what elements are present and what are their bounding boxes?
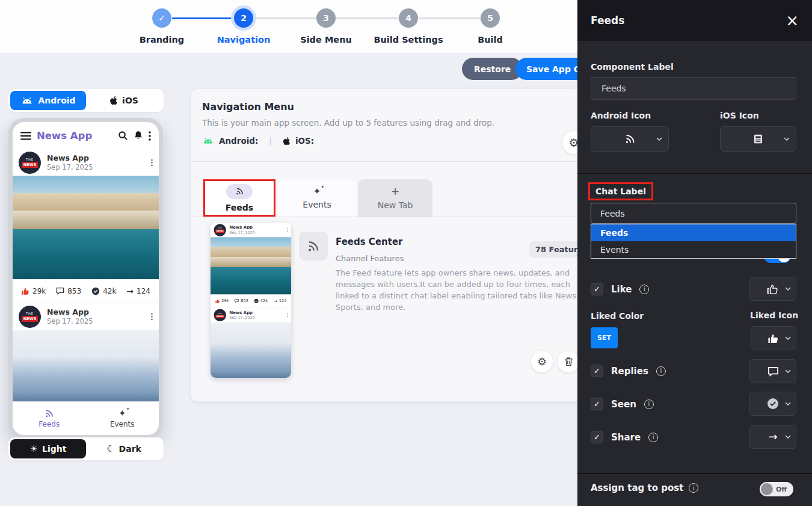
android-toggle-button[interactable]: Android: [10, 91, 86, 110]
sun-icon: ☀: [30, 443, 38, 454]
chevron-down-icon: [656, 137, 662, 141]
liked-color-label: Liked Color: [591, 311, 644, 321]
step-navigation[interactable]: 2 Navigation: [208, 8, 280, 45]
likes-stat[interactable]: 29k: [21, 287, 46, 295]
seen-check-icon: [91, 287, 100, 295]
replies-feature-row: ✓ Replies i: [591, 365, 666, 377]
rss-icon: [45, 409, 54, 418]
post-image-mountain: [13, 330, 159, 401]
step-branding[interactable]: ✓ Branding: [126, 8, 198, 45]
restore-button[interactable]: Restore: [462, 58, 523, 80]
section-title: Navigation Menu: [202, 101, 294, 113]
tab-events[interactable]: ✦✦ Events: [278, 179, 356, 217]
kebab-menu-icon[interactable]: [149, 131, 151, 141]
phone-preview: News App THE NEWS News App Sep 17, 20: [8, 118, 163, 439]
plus-icon: +: [391, 187, 399, 197]
share-arrow-icon: →: [126, 287, 134, 295]
chat-label-dropdown-list: Feeds Events: [591, 224, 796, 259]
search-icon[interactable]: [118, 131, 128, 141]
replies-icon-select[interactable]: [749, 359, 796, 383]
android-icon-select[interactable]: [591, 126, 669, 152]
feature-thumbnail: THENEWS News AppSep 17, 2025 29k 853 42k…: [211, 223, 291, 378]
phone-app-title: News App: [37, 130, 112, 141]
info-icon[interactable]: i: [639, 285, 649, 294]
info-icon[interactable]: i: [689, 483, 698, 493]
post-image-venice: [13, 176, 159, 279]
feature-delete-button[interactable]: [558, 351, 579, 372]
menu-icon[interactable]: [20, 132, 31, 140]
comments-stat[interactable]: 853: [56, 287, 81, 295]
like-icon-select[interactable]: [749, 277, 796, 301]
android-icon-label: Android Icon: [591, 111, 651, 120]
chevron-down-icon: [785, 369, 791, 373]
rss-icon: [624, 134, 636, 144]
chevron-down-icon: [784, 137, 790, 141]
phone-nav-feeds[interactable]: Feeds: [13, 402, 86, 435]
seen-stat[interactable]: 42k: [91, 287, 116, 295]
seen-check-icon: [767, 398, 779, 410]
trash-icon: [564, 357, 573, 366]
like-feature-row: ✓ Like i: [591, 283, 649, 295]
info-icon[interactable]: i: [644, 400, 654, 409]
dropdown-option-feeds[interactable]: Feeds: [591, 224, 796, 241]
step-build-settings[interactable]: 4 Build Settings: [372, 8, 444, 45]
theme-toggle: ☀ Light ☾ Dark: [8, 437, 164, 460]
ios-icon-select[interactable]: [720, 126, 796, 152]
panel-header: Feeds ×: [577, 0, 812, 41]
liked-icon-select[interactable]: [751, 326, 796, 350]
feature-subtitle: Channel Features: [336, 254, 404, 263]
replies-checkbox[interactable]: ✓: [591, 365, 603, 377]
component-label-label: Component Label: [591, 62, 674, 72]
component-label-input[interactable]: Feeds: [591, 77, 796, 100]
share-arrow-icon: →: [768, 431, 777, 442]
seen-icon-select[interactable]: [749, 392, 796, 416]
post-author: News App: [47, 307, 145, 316]
stepper-bar: ✓ Branding 2 Navigation 3 Side Menu 4 Bu…: [0, 0, 577, 53]
close-icon[interactable]: ×: [786, 13, 799, 28]
panel-title: Feeds: [591, 14, 786, 26]
step-side-menu[interactable]: 3 Side Menu: [290, 8, 362, 45]
dropdown-option-events[interactable]: Events: [591, 241, 796, 258]
phone-nav-events[interactable]: ✦✦ Events: [86, 402, 159, 435]
feature-settings-button[interactable]: ⚙: [531, 351, 553, 372]
ios-toggle-button[interactable]: iOS: [86, 91, 162, 110]
assign-tag-toggle[interactable]: Off: [760, 482, 793, 496]
shares-stat[interactable]: → 124: [126, 287, 150, 295]
share-checkbox[interactable]: ✓: [591, 431, 603, 443]
section-subtitle: This is your main app screen. Add up to …: [202, 118, 494, 128]
sparkle-icon: ✦✦: [118, 409, 126, 418]
share-icon-select[interactable]: →: [749, 425, 796, 449]
info-icon[interactable]: i: [656, 366, 666, 376]
kebab-menu-icon[interactable]: [151, 313, 153, 321]
post-stats-row: 29k 853 42k → 124: [13, 279, 159, 303]
avatar: THE NEWS: [19, 306, 41, 328]
post-date: Sep 17, 2025: [47, 163, 145, 171]
android-icon: [202, 137, 214, 144]
kebab-menu-icon[interactable]: [151, 159, 153, 167]
comment-icon: [56, 287, 64, 295]
phone-app-bar: News App: [13, 122, 159, 149]
platform-row: Android: | iOS:: [202, 136, 314, 146]
avatar: THE NEWS: [19, 152, 41, 174]
share-feature-row: ✓ Share i: [591, 431, 658, 443]
like-checkbox[interactable]: ✓: [591, 283, 603, 295]
chat-label-select[interactable]: Feeds: [591, 203, 796, 224]
moon-icon: ☾: [106, 443, 114, 454]
chat-label-label: Chat Label: [595, 187, 646, 196]
ios-icon-label: iOS Icon: [720, 111, 759, 120]
step-build[interactable]: 5 Build: [454, 8, 526, 45]
step-check-icon: ✓: [152, 8, 171, 28]
info-icon[interactable]: i: [648, 433, 658, 442]
tab-new-tab[interactable]: + New Tab: [358, 179, 432, 217]
tab-feeds-selected-highlight[interactable]: Feeds: [203, 179, 275, 217]
dark-theme-button[interactable]: ☾ Dark: [86, 439, 162, 458]
rss-icon: [307, 240, 320, 253]
phone-bottom-nav: Feeds ✦✦ Events: [13, 401, 159, 435]
apple-icon: [283, 137, 291, 146]
seen-checkbox[interactable]: ✓: [591, 398, 603, 410]
chevron-down-icon: [785, 287, 791, 291]
app-builder-screen: ✓ Branding 2 Navigation 3 Side Menu 4 Bu…: [0, 0, 812, 506]
bell-icon[interactable]: [134, 131, 143, 141]
light-theme-button[interactable]: ☀ Light: [10, 439, 86, 458]
set-color-button[interactable]: SET: [591, 327, 618, 348]
